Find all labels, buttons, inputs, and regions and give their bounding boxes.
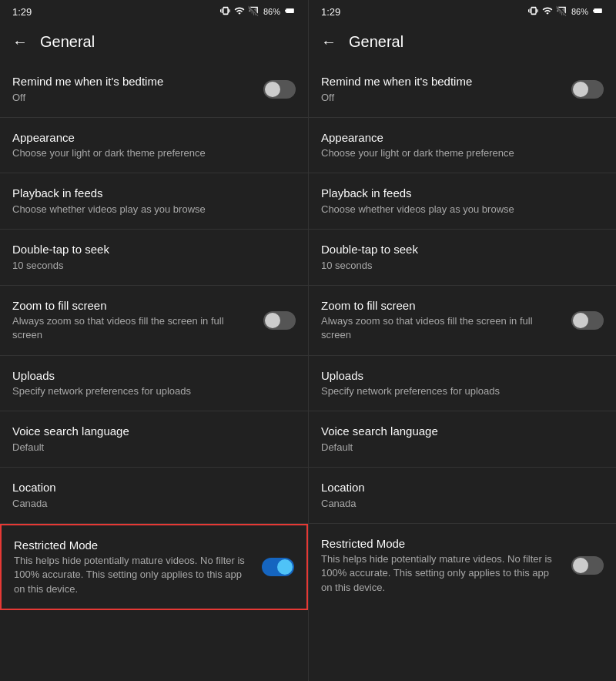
setting-item-restricted-mode[interactable]: Restricted ModeThis helps hide potential… — [309, 524, 616, 607]
setting-title-playback-feeds: Playback in feeds — [321, 186, 594, 201]
toggle-thumb-bedtime — [265, 82, 280, 97]
setting-subtitle-playback-feeds: Choose whether videos play as you browse — [321, 203, 594, 216]
setting-text-restricted-mode: Restricted ModeThis helps hide potential… — [321, 536, 571, 595]
status-icons: 86% — [220, 5, 296, 18]
setting-item-appearance[interactable]: AppearanceChoose your light or dark them… — [0, 118, 308, 173]
battery-percent: 86% — [571, 7, 588, 16]
screen-right: 1:29 86% ← General Remind me when it's b… — [308, 0, 616, 681]
setting-item-playback-feeds[interactable]: Playback in feedsChoose whether videos p… — [0, 173, 308, 229]
setting-subtitle-zoom-fill: Always zoom so that videos fill the scre… — [12, 314, 254, 342]
signal-icon — [248, 5, 259, 18]
header: ← General — [309, 22, 616, 62]
setting-title-restricted-mode: Restricted Mode — [14, 538, 253, 553]
setting-item-voice-search[interactable]: Voice search languageDefault — [0, 411, 308, 467]
setting-title-bedtime: Remind me when it's bedtime — [321, 74, 562, 89]
setting-title-zoom-fill: Zoom to fill screen — [12, 298, 254, 314]
battery-icon — [283, 5, 296, 18]
setting-title-uploads: Uploads — [321, 368, 594, 384]
vibrate-icon — [528, 5, 539, 18]
setting-text-playback-feeds: Playback in feedsChoose whether videos p… — [12, 186, 296, 216]
battery-percent: 86% — [263, 7, 280, 16]
setting-text-voice-search: Voice search languageDefault — [321, 424, 604, 455]
back-button[interactable]: ← — [12, 33, 28, 51]
header: ← General — [0, 22, 308, 62]
setting-subtitle-bedtime: Off — [12, 91, 254, 105]
setting-subtitle-restricted-mode: This helps hide potentially mature video… — [14, 554, 253, 596]
setting-item-location[interactable]: LocationCanada — [0, 468, 308, 523]
setting-title-uploads: Uploads — [12, 368, 286, 384]
status-bar: 1:29 86% — [309, 0, 616, 22]
setting-subtitle-location: Canada — [12, 497, 286, 511]
setting-item-bedtime[interactable]: Remind me when it's bedtimeOff — [309, 62, 616, 117]
signal-icon — [556, 5, 567, 18]
setting-title-bedtime: Remind me when it's bedtime — [12, 74, 254, 89]
setting-item-zoom-fill[interactable]: Zoom to fill screenAlways zoom so that v… — [309, 286, 616, 355]
page-title: General — [40, 33, 95, 51]
toggle-thumb-restricted-mode — [277, 559, 293, 575]
toggle-thumb-restricted-mode — [573, 558, 588, 573]
setting-title-voice-search: Voice search language — [12, 424, 286, 439]
status-icons: 86% — [528, 5, 604, 18]
setting-title-zoom-fill: Zoom to fill screen — [321, 298, 562, 314]
setting-text-voice-search: Voice search languageDefault — [12, 424, 296, 455]
toggle-bedtime[interactable] — [263, 80, 296, 99]
setting-title-voice-search: Voice search language — [321, 424, 594, 439]
toggle-zoom-fill[interactable] — [571, 311, 604, 330]
toggle-zoom-fill[interactable] — [263, 311, 296, 330]
settings-list: Remind me when it's bedtimeOffAppearance… — [309, 62, 616, 681]
setting-item-bedtime[interactable]: Remind me when it's bedtimeOff — [0, 62, 308, 117]
setting-item-restricted-mode[interactable]: Restricted ModeThis helps hide potential… — [0, 524, 308, 610]
toggle-restricted-mode[interactable] — [571, 556, 604, 575]
setting-text-location: LocationCanada — [12, 480, 296, 511]
vibrate-icon — [220, 5, 231, 18]
setting-title-restricted-mode: Restricted Mode — [321, 536, 562, 552]
setting-item-playback-feeds[interactable]: Playback in feedsChoose whether videos p… — [309, 173, 616, 229]
setting-item-double-tap[interactable]: Double-tap to seek10 seconds — [0, 230, 308, 285]
setting-subtitle-double-tap: 10 seconds — [12, 259, 286, 273]
setting-text-zoom-fill: Zoom to fill screenAlways zoom so that v… — [12, 298, 263, 343]
toggle-thumb-zoom-fill — [265, 313, 280, 328]
setting-subtitle-restricted-mode: This helps hide potentially mature video… — [321, 552, 562, 595]
setting-item-double-tap[interactable]: Double-tap to seek10 seconds — [309, 230, 616, 285]
setting-text-zoom-fill: Zoom to fill screenAlways zoom so that v… — [321, 298, 571, 343]
setting-subtitle-zoom-fill: Always zoom so that videos fill the scre… — [321, 314, 562, 342]
toggle-thumb-bedtime — [573, 82, 588, 97]
settings-list: Remind me when it's bedtimeOffAppearance… — [0, 62, 308, 681]
setting-item-appearance[interactable]: AppearanceChoose your light or dark them… — [309, 118, 616, 173]
setting-subtitle-double-tap: 10 seconds — [321, 259, 594, 273]
setting-item-location[interactable]: LocationCanada — [309, 468, 616, 523]
setting-subtitle-voice-search: Default — [12, 441, 286, 455]
setting-text-bedtime: Remind me when it's bedtimeOff — [12, 74, 263, 105]
setting-subtitle-location: Canada — [321, 497, 594, 511]
screen-left: 1:29 86% ← General Remind me when it's b… — [0, 0, 308, 681]
setting-text-appearance: AppearanceChoose your light or dark them… — [12, 130, 296, 161]
setting-item-zoom-fill[interactable]: Zoom to fill screenAlways zoom so that v… — [0, 286, 308, 355]
setting-title-double-tap: Double-tap to seek — [12, 242, 286, 257]
setting-title-playback-feeds: Playback in feeds — [12, 186, 286, 201]
setting-title-appearance: Appearance — [321, 130, 594, 146]
setting-subtitle-playback-feeds: Choose whether videos play as you browse — [12, 203, 286, 216]
setting-text-playback-feeds: Playback in feedsChoose whether videos p… — [321, 186, 604, 216]
setting-item-uploads[interactable]: UploadsSpecify network preferences for u… — [309, 356, 616, 411]
battery-icon — [591, 5, 604, 18]
wifi-icon — [542, 5, 553, 18]
setting-subtitle-uploads: Specify network preferences for uploads — [321, 384, 594, 398]
toggle-bedtime[interactable] — [571, 80, 604, 99]
back-button[interactable]: ← — [321, 33, 336, 51]
status-time: 1:29 — [12, 6, 32, 18]
wifi-icon — [234, 5, 245, 18]
page-title: General — [349, 33, 403, 51]
setting-item-uploads[interactable]: UploadsSpecify network preferences for u… — [0, 356, 308, 411]
setting-text-bedtime: Remind me when it's bedtimeOff — [321, 74, 571, 105]
setting-title-location: Location — [321, 480, 594, 495]
screens-container: 1:29 86% ← General Remind me when it's b… — [0, 0, 616, 681]
setting-text-restricted-mode: Restricted ModeThis helps hide potential… — [14, 538, 262, 596]
setting-text-double-tap: Double-tap to seek10 seconds — [321, 242, 604, 273]
setting-item-voice-search[interactable]: Voice search languageDefault — [309, 411, 616, 467]
setting-subtitle-appearance: Choose your light or dark theme preferen… — [12, 146, 286, 160]
setting-title-double-tap: Double-tap to seek — [321, 242, 594, 257]
setting-subtitle-bedtime: Off — [321, 91, 562, 105]
setting-text-uploads: UploadsSpecify network preferences for u… — [321, 368, 604, 399]
toggle-restricted-mode[interactable] — [262, 558, 294, 576]
setting-text-location: LocationCanada — [321, 480, 604, 511]
